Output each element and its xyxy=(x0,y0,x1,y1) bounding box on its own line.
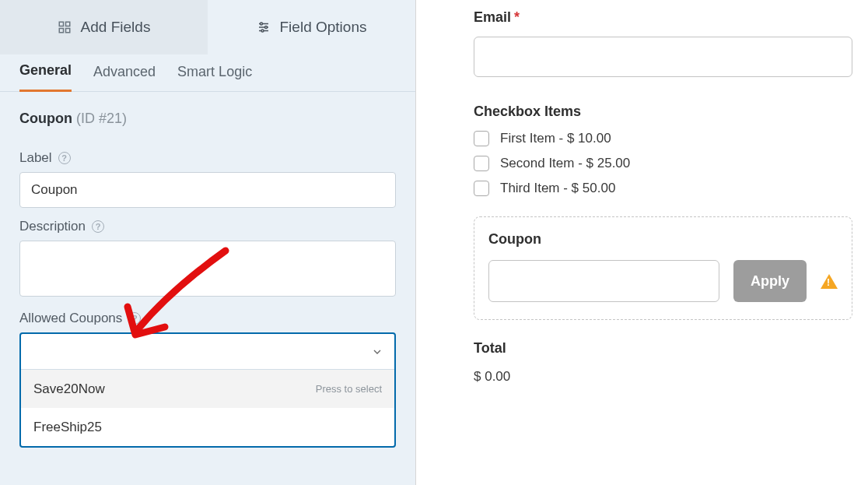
sub-tab-advanced[interactable]: Advanced xyxy=(93,64,156,91)
email-input[interactable] xyxy=(474,37,852,77)
description-input[interactable] xyxy=(19,241,396,297)
press-to-select-hint: Press to select xyxy=(316,383,382,395)
tab-add-fields[interactable]: Add Fields xyxy=(0,0,208,54)
label-section-title: Label ? xyxy=(19,150,396,166)
field-name: Coupon xyxy=(19,111,72,126)
left-sidebar: Add Fields Field Options General Advance… xyxy=(0,0,415,485)
required-asterisk: * xyxy=(514,9,520,26)
help-icon[interactable]: ? xyxy=(58,152,71,164)
email-label-text: Email xyxy=(474,9,511,26)
description-section-title: Description ? xyxy=(19,219,396,234)
total-label: Total xyxy=(474,340,852,357)
coupon-field-preview[interactable]: Coupon Apply xyxy=(474,216,852,320)
sliders-icon xyxy=(257,20,271,34)
email-label: Email * xyxy=(474,9,852,26)
coupon-label: Coupon xyxy=(488,231,838,248)
sub-tab-general[interactable]: General xyxy=(19,62,72,92)
checkbox-box[interactable] xyxy=(474,181,489,196)
help-icon[interactable]: ? xyxy=(128,312,141,325)
svg-point-7 xyxy=(260,23,262,25)
checkbox-list: First Item - $ 10.00 Second Item - $ 25.… xyxy=(474,131,852,196)
label-title-text: Label xyxy=(19,150,52,166)
primary-tabs: Add Fields Field Options xyxy=(0,0,415,54)
svg-point-8 xyxy=(264,26,267,29)
checkbox-item[interactable]: Third Item - $ 50.00 xyxy=(474,181,852,196)
svg-rect-2 xyxy=(65,29,69,33)
checkbox-text: Second Item - $ 25.00 xyxy=(500,156,630,171)
coupon-input[interactable] xyxy=(488,260,719,302)
field-id: (ID #21) xyxy=(76,111,127,126)
allowed-coupons-title-text: Allowed Coupons xyxy=(19,311,122,326)
checkbox-text: Third Item - $ 50.00 xyxy=(500,181,615,196)
grid-icon xyxy=(58,20,72,34)
help-icon[interactable]: ? xyxy=(92,220,104,233)
tab-add-fields-label: Add Fields xyxy=(81,19,151,36)
app-root: Add Fields Field Options General Advance… xyxy=(0,0,868,485)
field-heading: Coupon (ID #21) xyxy=(0,92,415,139)
sub-tab-smart-logic[interactable]: Smart Logic xyxy=(177,64,252,91)
checkbox-item[interactable]: First Item - $ 10.00 xyxy=(474,131,852,146)
tab-field-options[interactable]: Field Options xyxy=(208,0,415,54)
coupon-row: Apply xyxy=(488,260,838,302)
coupon-option-freeship25[interactable]: FreeShip25 xyxy=(21,408,394,446)
total-value: $ 0.00 xyxy=(474,369,852,385)
label-input[interactable] xyxy=(19,172,396,208)
chevron-down-icon xyxy=(371,346,383,358)
form-preview: Email * Checkbox Items First Item - $ 10… xyxy=(416,0,868,485)
allowed-coupons-select[interactable]: Save20Now Press to select FreeShip25 xyxy=(19,332,396,448)
apply-button[interactable]: Apply xyxy=(733,260,807,302)
checkbox-text: First Item - $ 10.00 xyxy=(500,131,611,146)
svg-rect-3 xyxy=(59,29,63,33)
checkbox-box[interactable] xyxy=(474,156,489,171)
sub-tabs: General Advanced Smart Logic xyxy=(0,54,415,92)
checkbox-item[interactable]: Second Item - $ 25.00 xyxy=(474,156,852,171)
svg-rect-1 xyxy=(65,22,69,26)
option-label: FreeShip25 xyxy=(33,420,102,435)
allowed-coupons-title: Allowed Coupons ? xyxy=(19,311,396,326)
select-control[interactable] xyxy=(21,334,394,370)
svg-rect-0 xyxy=(59,22,63,26)
field-form: Label ? Description ? Allowed Coupons ? … xyxy=(0,139,415,448)
tab-field-options-label: Field Options xyxy=(280,19,367,36)
checkbox-box[interactable] xyxy=(474,131,489,146)
option-label: Save20Now xyxy=(33,381,105,397)
checkbox-items-label: Checkbox Items xyxy=(474,104,852,120)
coupon-option-save20now[interactable]: Save20Now Press to select xyxy=(21,370,394,408)
warning-icon xyxy=(821,274,838,289)
svg-point-9 xyxy=(261,30,264,32)
description-title-text: Description xyxy=(19,219,86,234)
total-section: Total $ 0.00 xyxy=(474,340,852,385)
